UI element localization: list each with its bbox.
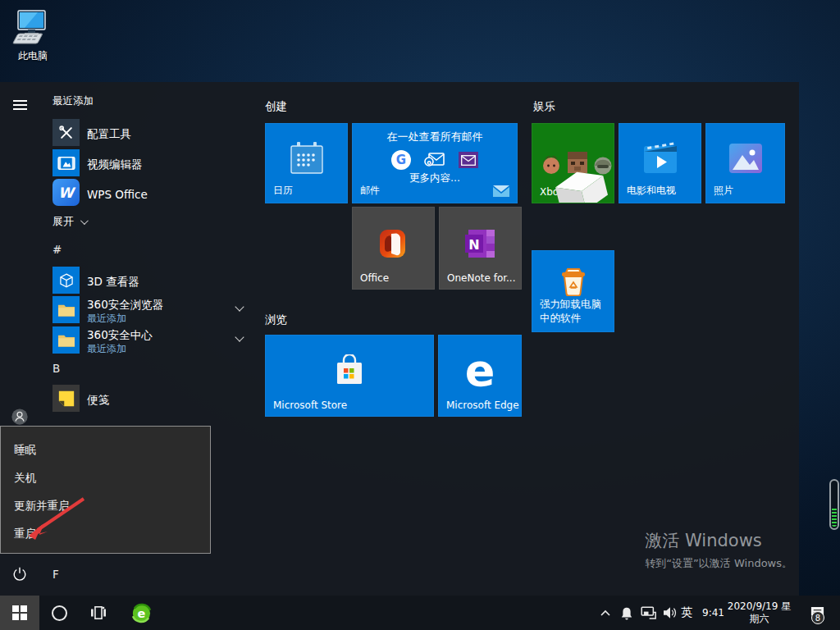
tray-clock[interactable]: 9:41 2020/9/19 星期六 — [702, 596, 794, 630]
chevron-down-icon — [80, 217, 89, 225]
section-letter-hash[interactable]: # — [52, 243, 79, 261]
app-item-config-tools[interactable]: 配置工具 — [49, 119, 254, 150]
app-item-video-editor[interactable]: 视频编辑器 — [49, 149, 254, 180]
trash-bin-icon — [559, 267, 587, 296]
memory-gauge-widget — [829, 479, 839, 530]
tray-volume[interactable] — [663, 596, 678, 630]
task-view-button[interactable] — [79, 596, 118, 630]
section-letter-f[interactable]: F — [52, 568, 79, 586]
menu-expand-button[interactable] — [0, 85, 39, 125]
hamburger-icon — [13, 98, 27, 112]
tile-mail[interactable]: 在一处查看所有邮件 G o 更多内容... 邮件 — [352, 123, 518, 203]
google-icon: G — [391, 150, 411, 170]
app-label: 360安全中心 — [87, 328, 153, 343]
tile-office[interactable]: Office — [352, 207, 435, 290]
svg-text:N: N — [468, 237, 479, 253]
tile-label: OneNote for... — [447, 272, 516, 284]
gauge-level — [832, 507, 837, 527]
photos-icon — [728, 142, 764, 175]
activation-watermark: 激活 Windows 转到“设置”以激活 Windows。 — [645, 529, 792, 571]
bell-icon — [620, 606, 633, 620]
activation-title: 激活 Windows — [645, 529, 792, 552]
task-view-icon — [90, 605, 107, 620]
app-item-wps-office[interactable]: W WPS Office — [49, 179, 254, 210]
tile-uninstaller[interactable]: 强力卸载电脑中的软件 — [532, 250, 614, 332]
tile-movies-tv[interactable]: 电影和电视 — [619, 123, 701, 203]
yahoo-mail-icon — [459, 152, 478, 168]
tile-label: 照片 — [714, 184, 733, 198]
chevron-up-icon — [600, 609, 610, 616]
tile-label: 邮件 — [360, 184, 380, 198]
tray-network[interactable] — [641, 596, 656, 630]
app-sublabel: 最近添加 — [87, 312, 126, 326]
app-label: WPS Office — [87, 188, 148, 201]
app-item-3d-viewer[interactable]: 3D 查看器 — [49, 267, 254, 298]
tile-label: 电影和电视 — [627, 184, 676, 198]
tile-onenote[interactable]: N OneNote for... — [439, 207, 522, 290]
tile-label: Office — [360, 272, 389, 284]
chevron-down-icon[interactable] — [235, 302, 244, 311]
tile-label: 日历 — [273, 184, 293, 198]
ethernet-icon — [641, 606, 656, 619]
tray-notification-bell[interactable] — [620, 596, 633, 630]
red-arrow-annotation — [25, 492, 90, 541]
desktop-icon-label: 此电脑 — [5, 49, 61, 63]
power-button[interactable] — [0, 555, 39, 594]
expand-button[interactable]: 展开 — [52, 214, 86, 229]
folder-icon — [52, 326, 80, 354]
tile-xbox[interactable]: Xbox — [532, 123, 614, 203]
notification-count-badge: 8 — [811, 611, 824, 624]
tray-hidden-icons[interactable] — [600, 596, 610, 630]
app-item-360-browser[interactable]: 360安全浏览器 最近添加 — [49, 296, 254, 327]
onenote-icon: N — [463, 226, 498, 261]
movies-tv-icon — [641, 141, 679, 176]
clock-time: 9:41 — [702, 607, 724, 619]
windows-logo-icon — [12, 605, 27, 620]
config-tools-icon — [52, 119, 80, 146]
tray-ime-indicator[interactable]: 英 — [681, 596, 702, 630]
app-label: 3D 查看器 — [87, 275, 139, 290]
user-avatar-icon — [11, 408, 29, 426]
tile-microsoft-edge[interactable]: e Microsoft Edge — [438, 335, 522, 417]
expand-label: 展开 — [52, 214, 74, 229]
app-item-360-center[interactable]: 360安全中心 最近添加 — [49, 326, 254, 358]
menu-item-sleep[interactable]: 睡眠 — [14, 443, 36, 459]
cortana-button[interactable] — [39, 596, 79, 630]
tile-label: Microsoft Store — [273, 399, 347, 411]
taskbar: e 英 9:41 2020/9/19 星期六 — [0, 596, 840, 630]
start-button[interactable] — [0, 596, 39, 630]
tile-label: Microsoft Edge — [446, 399, 519, 411]
calendar-icon — [290, 142, 324, 175]
power-icon — [11, 566, 28, 582]
speaker-icon — [663, 606, 678, 619]
desktop: 此电脑 激活 Windows 转到“设置”以激活 Windows。 最近添加 — [0, 0, 840, 630]
desktop-icon-this-pc[interactable]: 此电脑 — [5, 8, 61, 63]
video-editor-icon — [52, 149, 80, 176]
app-sublabel: 最近添加 — [87, 342, 126, 356]
tile-microsoft-store[interactable]: Microsoft Store — [265, 335, 434, 417]
section-letter-b[interactable]: B — [52, 362, 79, 380]
mail-envelope-icon — [492, 185, 510, 198]
office-icon — [377, 226, 411, 261]
app-label: 配置工具 — [87, 127, 131, 142]
svg-text:o: o — [427, 159, 431, 167]
activation-subtitle: 转到“设置”以激活 Windows。 — [645, 556, 792, 571]
wps-office-icon: W — [52, 179, 80, 206]
sticky-notes-icon — [52, 385, 80, 412]
tile-calendar[interactable]: 日历 — [265, 123, 348, 203]
app-label: 视频编辑器 — [87, 158, 143, 172]
clock-date: 2020/9/19 星期六 — [724, 600, 794, 625]
chevron-down-icon[interactable] — [235, 332, 244, 341]
outlook-icon: o — [424, 151, 445, 169]
menu-item-shutdown[interactable]: 关机 — [14, 471, 36, 487]
group-header-browse[interactable]: 浏览 — [265, 313, 287, 327]
app-item-sticky-notes[interactable]: 便笺 — [49, 385, 254, 416]
group-header-entertainment[interactable]: 娱乐 — [533, 99, 555, 114]
group-header-create[interactable]: 创建 — [265, 99, 287, 114]
browser-360-button[interactable]: e — [121, 596, 161, 630]
recent-added-header: 最近添加 — [52, 94, 94, 108]
tile-photos[interactable]: 照片 — [705, 123, 785, 203]
svg-text:e: e — [137, 606, 145, 619]
computer-icon — [5, 8, 48, 48]
app-label: 360安全浏览器 — [87, 298, 163, 313]
